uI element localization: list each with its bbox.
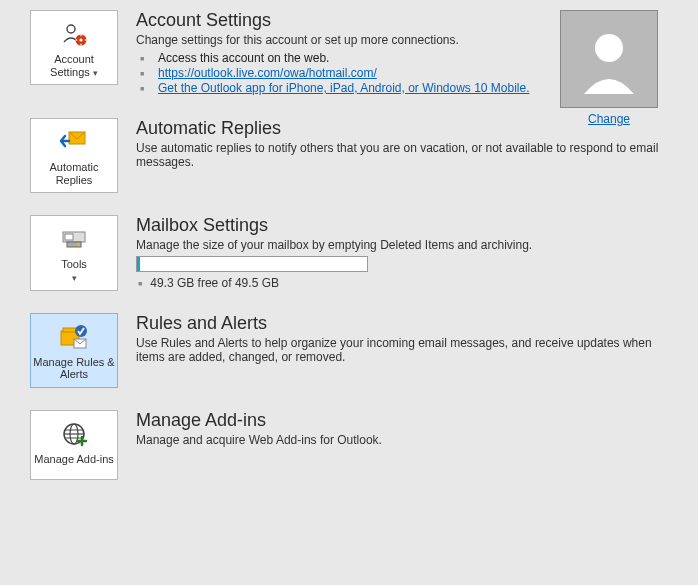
manage-addins-desc: Manage and acquire Web Add-ins for Outlo… xyxy=(136,433,678,447)
manage-rules-tile[interactable]: Manage Rules & Alerts xyxy=(30,313,118,388)
svg-rect-10 xyxy=(65,234,73,240)
manage-addins-tile[interactable]: Manage Add-ins xyxy=(30,410,118,480)
owa-url-link[interactable]: https://outlook.live.com/owa/hotmail.com… xyxy=(158,66,377,80)
automatic-replies-title: Automatic Replies xyxy=(136,118,678,139)
account-settings-tile[interactable]: Account Settings ▾ xyxy=(30,10,118,85)
rules-alerts-title: Rules and Alerts xyxy=(136,313,678,334)
svg-rect-12 xyxy=(77,243,80,246)
section-mailbox-settings: Tools▾ Mailbox Settings Manage the size … xyxy=(30,215,678,290)
account-settings-icon xyxy=(33,17,115,51)
svg-point-2 xyxy=(79,38,82,41)
svg-point-7 xyxy=(595,34,623,62)
automatic-replies-icon xyxy=(33,125,115,159)
manage-addins-title: Manage Add-ins xyxy=(136,410,678,431)
addins-icon xyxy=(33,417,115,451)
mailbox-settings-title: Mailbox Settings xyxy=(136,215,678,236)
get-app-link[interactable]: Get the Outlook app for iPhone, iPad, An… xyxy=(158,81,530,95)
tools-icon xyxy=(33,222,115,256)
chevron-down-icon: ▾ xyxy=(93,68,98,78)
profile-photo-block: Change xyxy=(560,10,658,126)
section-manage-addins: Manage Add-ins Manage Add-ins Manage and… xyxy=(30,410,678,480)
rules-alerts-desc: Use Rules and Alerts to help organize yo… xyxy=(136,336,678,364)
section-automatic-replies: Automatic Replies Automatic Replies Use … xyxy=(30,118,678,193)
manage-addins-tile-label: Manage Add-ins xyxy=(33,453,115,466)
automatic-replies-tile-label: Automatic Replies xyxy=(33,161,115,186)
manage-rules-tile-label: Manage Rules & Alerts xyxy=(33,356,115,381)
avatar xyxy=(560,10,658,108)
chevron-down-icon: ▾ xyxy=(72,273,77,283)
mailbox-usage-bar xyxy=(136,256,368,272)
rules-alerts-icon xyxy=(33,320,115,354)
account-settings-tile-label: Account Settings ▾ xyxy=(33,53,115,78)
automatic-replies-tile[interactable]: Automatic Replies xyxy=(30,118,118,193)
tools-tile-label: Tools▾ xyxy=(33,258,115,283)
automatic-replies-desc: Use automatic replies to notify others t… xyxy=(136,141,678,169)
svg-point-0 xyxy=(67,25,75,33)
section-rules-alerts: Manage Rules & Alerts Rules and Alerts U… xyxy=(30,313,678,388)
mailbox-settings-desc: Manage the size of your mailbox by empty… xyxy=(136,238,678,252)
tools-tile[interactable]: Tools▾ xyxy=(30,215,118,290)
mailbox-storage-text: ■49.3 GB free of 49.5 GB xyxy=(136,276,678,290)
